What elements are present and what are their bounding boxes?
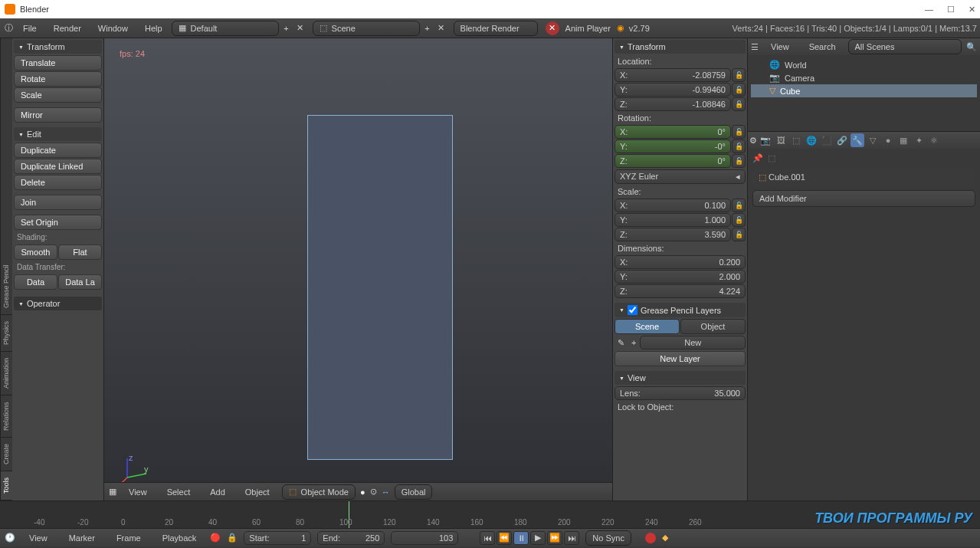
vtab-grease[interactable]: Grease Pencil <box>1 259 12 316</box>
editor-type-icon[interactable]: ☰ <box>751 42 759 52</box>
lock-icon[interactable]: 🔓 <box>732 125 746 139</box>
3d-viewport[interactable]: fps: 24 z y (103) Cube.001 ▦ View Select… <box>104 38 612 500</box>
lock-icon[interactable]: 🔓 <box>732 154 746 168</box>
lock-icon[interactable]: 🔓 <box>732 199 746 212</box>
view-header[interactable]: View <box>615 371 746 385</box>
ptab-layers[interactable]: 🖼 <box>774 133 788 147</box>
lock-icon[interactable]: 🔒 <box>227 533 238 543</box>
tl-playback[interactable]: Playback <box>155 531 205 545</box>
tl-frame[interactable]: Frame <box>109 531 149 545</box>
outliner-item-camera[interactable]: 📷Camera <box>751 71 977 84</box>
editor-type-icon[interactable]: ⓘ <box>3 23 14 34</box>
loc-x-field[interactable]: X:-2.08759 <box>615 68 731 82</box>
rot-mode-dropdown[interactable]: XYZ Euler◂ <box>615 169 746 184</box>
menu-render[interactable]: Render <box>46 21 89 35</box>
pin-icon[interactable]: 📌 <box>752 153 763 163</box>
flat-button[interactable]: Flat <box>58 244 102 260</box>
manipulator-icon[interactable]: ↔ <box>382 487 390 497</box>
lock-icon[interactable]: 🔓 <box>732 213 746 227</box>
shading-sphere-icon[interactable]: ● <box>360 487 365 497</box>
n-transform-header[interactable]: Transform <box>615 40 746 54</box>
outliner-search[interactable]: Search <box>801 40 844 54</box>
key-icon[interactable]: ◆ <box>662 533 668 543</box>
start-frame-field[interactable]: Start:1 <box>244 531 311 545</box>
current-frame-field[interactable]: 103 <box>391 531 458 545</box>
lens-field[interactable]: Lens:35.000 <box>615 386 746 400</box>
dim-z-field[interactable]: Z:4.224 <box>615 284 746 298</box>
duplicate-button[interactable]: Duplicate <box>14 143 102 158</box>
rotate-button[interactable]: Rotate <box>14 71 102 87</box>
jump-start-button[interactable]: ⏮ <box>480 531 495 545</box>
outliner-item-cube[interactable]: ▽Cube <box>751 84 977 97</box>
end-frame-field[interactable]: End:250 <box>317 531 385 545</box>
close-button[interactable]: ✕ <box>969 5 975 15</box>
lock-icon[interactable]: 🔓 <box>732 97 746 111</box>
lock-icon[interactable]: 🔓 <box>732 139 746 153</box>
ptab-object[interactable]: ⬛ <box>820 133 834 147</box>
ptab-scene[interactable]: ⬚ <box>789 133 803 147</box>
duplicate-linked-button[interactable]: Duplicate Linked <box>14 159 102 174</box>
ptab-physics[interactable]: ⚛ <box>927 133 941 147</box>
outliner-filter[interactable]: All Scenes <box>848 39 962 54</box>
rot-y-field[interactable]: Y:-0° <box>615 139 731 153</box>
ptab-data[interactable]: ▽ <box>866 133 880 147</box>
editor-type-icon[interactable]: ⚙ <box>749 136 757 146</box>
maximize-button[interactable]: ☐ <box>947 5 955 15</box>
mode-dropdown[interactable]: ⬚Object Mode <box>282 484 356 500</box>
layout-del-button[interactable]: ✕ <box>294 21 306 35</box>
ptab-constraint[interactable]: 🔗 <box>835 133 849 147</box>
scale-y-field[interactable]: Y:1.000 <box>615 213 731 227</box>
vtab-animation[interactable]: Animation <box>1 352 12 395</box>
object-menu[interactable]: Object <box>238 485 277 499</box>
join-button[interactable]: Join <box>14 195 102 210</box>
new-layer-button[interactable]: New Layer <box>615 351 746 366</box>
jump-end-button[interactable]: ⏭ <box>564 531 579 545</box>
mirror-button[interactable]: Mirror <box>14 107 102 123</box>
data-button[interactable]: Data <box>14 274 57 290</box>
loc-z-field[interactable]: Z:-1.08846 <box>615 97 731 111</box>
engine-dropdown[interactable]: Blender Render <box>454 21 538 36</box>
vtab-create[interactable]: Create <box>1 438 12 471</box>
smooth-button[interactable]: Smooth <box>14 244 57 260</box>
menu-window[interactable]: Window <box>90 21 136 35</box>
next-key-button[interactable]: ⏩ <box>547 531 562 545</box>
gp-header[interactable]: Grease Pencil Layers <box>615 303 746 317</box>
scene-add-button[interactable]: + <box>421 21 434 35</box>
plus-icon[interactable]: + <box>628 338 639 347</box>
scene-dropdown[interactable]: ⬚Scene <box>313 21 420 36</box>
editor-type-icon[interactable]: ▦ <box>109 487 116 497</box>
record-button[interactable] <box>645 533 656 543</box>
panel-operator[interactable]: Operator <box>14 297 102 310</box>
pivot-icon[interactable]: ⊙ <box>370 487 377 497</box>
search-icon[interactable]: 🔍 <box>966 42 977 52</box>
vtab-relations[interactable]: Relations <box>1 395 12 438</box>
minimize-button[interactable]: — <box>925 5 933 15</box>
layout-add-button[interactable]: + <box>280 21 293 35</box>
dim-y-field[interactable]: Y:2.000 <box>615 270 746 284</box>
loc-y-field[interactable]: Y:-0.99460 <box>615 83 731 97</box>
outliner-item-world[interactable]: 🌐World <box>751 58 977 71</box>
lock-icon[interactable]: 🔓 <box>732 83 746 97</box>
scale-x-field[interactable]: X:0.100 <box>615 199 731 212</box>
data-layout-button[interactable]: Data La <box>58 274 102 290</box>
rot-z-field[interactable]: Z:0° <box>615 154 731 168</box>
menu-file[interactable]: File <box>15 21 44 35</box>
prev-key-button[interactable]: ⏪ <box>497 531 512 545</box>
gp-new-button[interactable]: New <box>640 336 746 349</box>
vtab-tools[interactable]: Tools <box>1 471 12 500</box>
layout-dropdown[interactable]: ▦Default <box>172 21 279 36</box>
ptab-modifier[interactable]: 🔧 <box>851 133 864 147</box>
scale-button[interactable]: Scale <box>14 87 102 103</box>
play-reverse-button[interactable]: ⏸ <box>513 531 529 545</box>
set-origin-button[interactable]: Set Origin <box>14 215 102 230</box>
menu-help[interactable]: Help <box>137 21 170 35</box>
lock-icon[interactable]: 🔓 <box>732 228 746 241</box>
delete-button[interactable]: Delete <box>14 175 102 190</box>
tl-view[interactable]: View <box>21 531 55 545</box>
view-menu[interactable]: View <box>121 485 155 499</box>
add-modifier-dropdown[interactable]: Add Modifier <box>752 190 975 207</box>
gp-source-toggle[interactable]: SceneObject <box>615 319 746 334</box>
select-menu[interactable]: Select <box>159 485 198 499</box>
lock-icon[interactable]: 🔓 <box>732 68 746 82</box>
play-button[interactable]: ▶ <box>530 531 546 545</box>
